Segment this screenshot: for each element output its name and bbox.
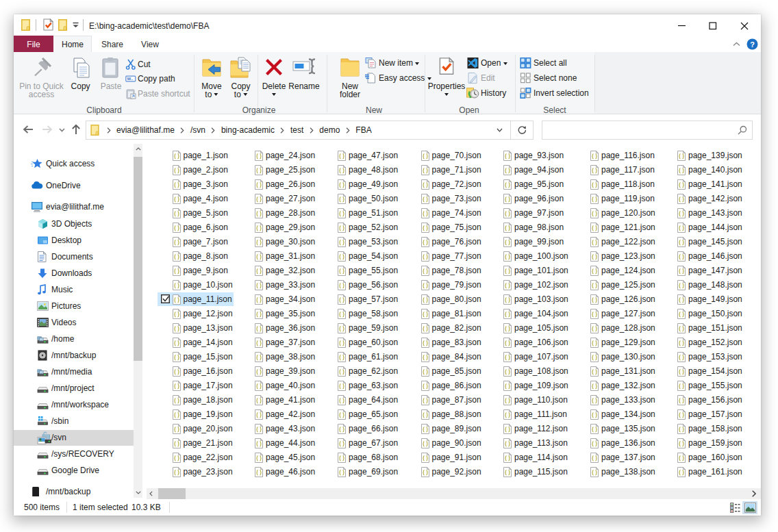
svg-text:?: ? — [750, 40, 755, 49]
svg-text:W..: W.. — [127, 77, 134, 81]
